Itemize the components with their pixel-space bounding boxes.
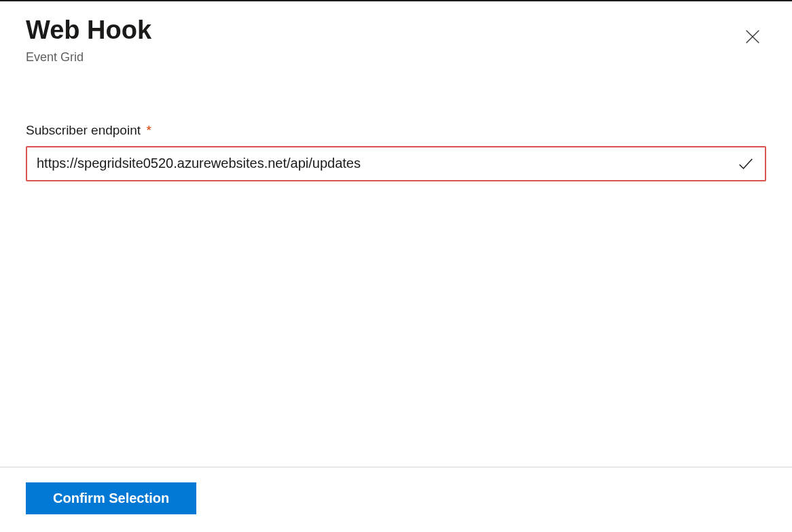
confirm-selection-button[interactable]: Confirm Selection [26, 482, 196, 514]
webhook-panel: Web Hook Event Grid Subscriber endpoint … [0, 0, 792, 532]
form-section: Subscriber endpoint * [26, 123, 766, 181]
title-block: Web Hook Event Grid [26, 16, 151, 65]
page-subtitle: Event Grid [26, 50, 151, 65]
subscriber-endpoint-field-wrapper [26, 146, 766, 181]
checkmark-icon [736, 154, 755, 173]
field-label-text: Subscriber endpoint [26, 123, 141, 137]
subscriber-endpoint-input[interactable] [37, 156, 730, 171]
close-icon [743, 27, 762, 46]
panel-footer: Confirm Selection [0, 467, 792, 532]
close-button[interactable] [740, 24, 765, 51]
page-title: Web Hook [26, 16, 151, 45]
panel-header: Web Hook Event Grid [26, 16, 766, 65]
subscriber-endpoint-label: Subscriber endpoint * [26, 125, 151, 137]
required-indicator: * [146, 123, 151, 137]
